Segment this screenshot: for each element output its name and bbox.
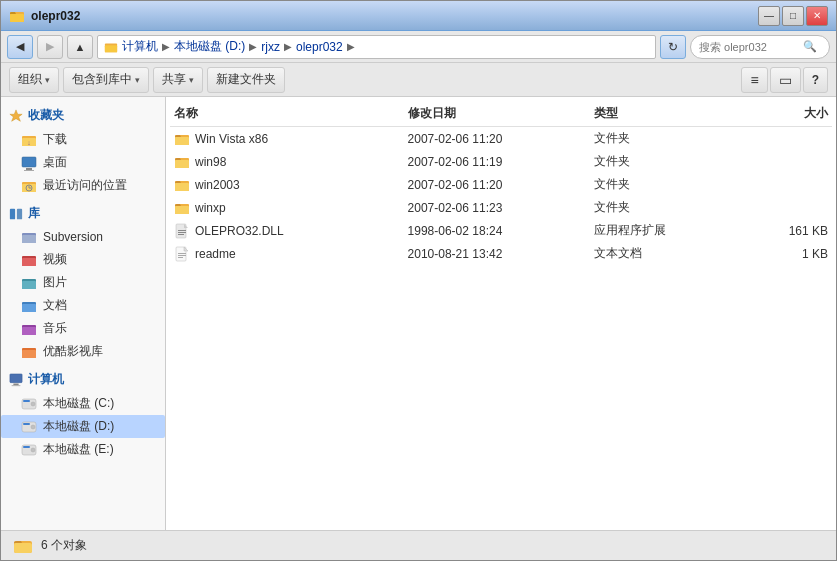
favorites-title[interactable]: 收藏夹 <box>1 103 165 128</box>
file-type-cell: 文件夹 <box>594 199 734 216</box>
back-button[interactable]: ◀ <box>7 35 33 59</box>
folder-icon <box>174 154 190 170</box>
path-computer[interactable]: 计算机 <box>122 38 158 55</box>
view-options-button[interactable]: ≡ <box>741 67 767 93</box>
column-type[interactable]: 类型 <box>594 105 734 122</box>
toolbar: 组织 ▾ 包含到库中 ▾ 共享 ▾ 新建文件夹 ≡ ▭ ? <box>1 63 836 97</box>
folder-icon <box>174 200 190 216</box>
file-name-cell: win98 <box>174 154 408 170</box>
file-date-cell: 2007-02-06 11:20 <box>408 132 595 146</box>
disk-e-icon <box>21 442 37 458</box>
column-date[interactable]: 修改日期 <box>408 105 595 122</box>
video-folder-icon <box>21 252 37 268</box>
preview-pane-button[interactable]: ▭ <box>770 67 801 93</box>
svg-text:↓: ↓ <box>27 139 31 146</box>
sidebar-item-youku[interactable]: 优酷影视库 <box>1 340 165 363</box>
help-button[interactable]: ? <box>803 67 828 93</box>
title-controls: — □ ✕ <box>758 6 828 26</box>
youku-folder-icon <box>21 344 37 360</box>
desktop-icon <box>21 155 37 171</box>
sidebar-item-subversion[interactable]: Subversion <box>1 226 165 248</box>
recent-icon <box>21 178 37 194</box>
svg-rect-3 <box>105 45 117 52</box>
window-title: olepr032 <box>31 9 80 23</box>
svg-rect-1 <box>10 14 24 22</box>
table-row[interactable]: winxp 2007-02-06 11:23 文件夹 <box>170 196 832 219</box>
table-row[interactable]: win98 2007-02-06 11:19 文件夹 <box>170 150 832 173</box>
file-name-text: Win Vista x86 <box>195 132 268 146</box>
sidebar-item-disk-c[interactable]: 本地磁盘 (C:) <box>1 392 165 415</box>
minimize-button[interactable]: — <box>758 6 780 26</box>
file-name-cell: winxp <box>174 200 408 216</box>
computer-title[interactable]: 计算机 <box>1 367 165 392</box>
svg-rect-9 <box>26 168 32 170</box>
svg-marker-4 <box>10 109 22 120</box>
share-button[interactable]: 共享 ▾ <box>153 67 203 93</box>
close-button[interactable]: ✕ <box>806 6 828 26</box>
sidebar-item-document[interactable]: 文档 <box>1 294 165 317</box>
path-folder-icon <box>104 40 118 54</box>
file-name-text: win2003 <box>195 178 240 192</box>
svg-rect-8 <box>22 157 36 167</box>
sidebar-item-video[interactable]: 视频 <box>1 248 165 271</box>
svg-rect-59 <box>14 543 32 553</box>
share-dropdown-arrow: ▾ <box>189 75 194 85</box>
main-area: 收藏夹 ↓ 下载 桌面 <box>1 97 836 530</box>
maximize-button[interactable]: □ <box>782 6 804 26</box>
file-type-cell: 文件夹 <box>594 176 734 193</box>
file-size-cell: 1 KB <box>735 247 828 261</box>
document-folder-icon <box>21 298 37 314</box>
svg-rect-51 <box>178 230 186 231</box>
path-disk-d[interactable]: 本地磁盘 (D:) <box>174 38 245 55</box>
path-rjxz[interactable]: rjxz <box>261 40 280 54</box>
sidebar-item-image[interactable]: 图片 <box>1 271 165 294</box>
forward-button[interactable]: ▶ <box>37 35 63 59</box>
svg-rect-10 <box>24 170 34 171</box>
up-button[interactable]: ▲ <box>67 35 93 59</box>
organize-button[interactable]: 组织 ▾ <box>9 67 59 93</box>
favorites-section: 收藏夹 ↓ 下载 桌面 <box>1 103 165 197</box>
music-folder-icon <box>21 321 37 337</box>
download-folder-icon: ↓ <box>21 132 37 148</box>
sidebar-item-download[interactable]: ↓ 下载 <box>1 128 165 151</box>
address-path[interactable]: 计算机 ▶ 本地磁盘 (D:) ▶ rjxz ▶ olepr032 ▶ <box>97 35 656 59</box>
table-row[interactable]: Win Vista x86 2007-02-06 11:20 文件夹 <box>170 127 832 150</box>
file-list: 名称 修改日期 类型 大小 Win Vista x86 2007-02-06 1… <box>166 97 836 530</box>
sidebar-item-desktop[interactable]: 桌面 <box>1 151 165 174</box>
svg-rect-55 <box>178 253 186 254</box>
table-row[interactable]: win2003 2007-02-06 11:20 文件夹 <box>170 173 832 196</box>
table-row[interactable]: OLEPRO32.DLL 1998-06-02 18:24 应用程序扩展 161… <box>170 219 832 242</box>
library-title[interactable]: 库 <box>1 201 165 226</box>
address-bar: ◀ ▶ ▲ 计算机 ▶ 本地磁盘 (D:) ▶ rjxz ▶ olepr032 … <box>1 31 836 63</box>
sidebar-item-recent[interactable]: 最近访问的位置 <box>1 174 165 197</box>
table-row[interactable]: readme 2010-08-21 13:42 文本文档 1 KB <box>170 242 832 265</box>
file-date-cell: 2010-08-21 13:42 <box>408 247 595 261</box>
search-icon[interactable]: 🔍 <box>803 40 817 53</box>
file-type-cell: 应用程序扩展 <box>594 222 734 239</box>
star-icon <box>9 109 23 123</box>
file-name-text: win98 <box>195 155 226 169</box>
file-type-cell: 文本文档 <box>594 245 734 262</box>
organize-dropdown-arrow: ▾ <box>45 75 50 85</box>
folder-icon <box>174 131 190 147</box>
search-input[interactable] <box>699 41 799 53</box>
folder-icon <box>174 177 190 193</box>
file-list-header: 名称 修改日期 类型 大小 <box>170 101 832 127</box>
file-date-cell: 1998-06-02 18:24 <box>408 224 595 238</box>
include-library-button[interactable]: 包含到库中 ▾ <box>63 67 149 93</box>
svg-rect-47 <box>175 183 189 191</box>
sidebar-item-disk-d[interactable]: 本地磁盘 (D:) <box>1 415 165 438</box>
svg-rect-57 <box>178 257 183 258</box>
file-name-cell: readme <box>174 246 408 262</box>
dll-icon <box>174 223 190 239</box>
refresh-button[interactable]: ↻ <box>660 35 686 59</box>
library-icon <box>9 207 23 221</box>
sidebar-item-disk-e[interactable]: 本地磁盘 (E:) <box>1 438 165 461</box>
path-olepr032[interactable]: olepr032 <box>296 40 343 54</box>
file-size-cell: 161 KB <box>735 224 828 238</box>
column-name[interactable]: 名称 <box>174 105 408 122</box>
file-rows-container: Win Vista x86 2007-02-06 11:20 文件夹 win98… <box>170 127 832 265</box>
new-folder-button[interactable]: 新建文件夹 <box>207 67 285 93</box>
column-size[interactable]: 大小 <box>735 105 828 122</box>
sidebar-item-music[interactable]: 音乐 <box>1 317 165 340</box>
